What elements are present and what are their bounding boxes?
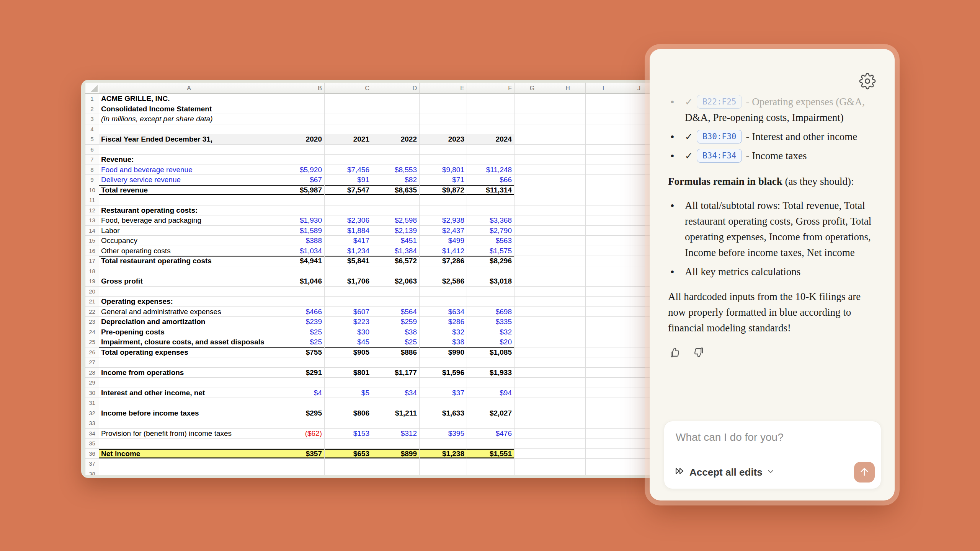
cell[interactable]: $1,706: [325, 276, 372, 287]
cell[interactable]: [99, 266, 277, 277]
cell[interactable]: $153: [325, 429, 372, 439]
cell[interactable]: Net income: [99, 449, 277, 459]
cell[interactable]: $634: [420, 307, 467, 317]
cell[interactable]: [467, 287, 514, 297]
cell[interactable]: $357: [277, 449, 325, 459]
row-header[interactable]: 23: [85, 317, 99, 327]
cell[interactable]: $71: [420, 175, 467, 185]
cell[interactable]: [467, 297, 514, 307]
row-header[interactable]: 33: [85, 418, 99, 429]
accept-all-edits-button[interactable]: Accept all edits: [674, 465, 775, 479]
cell[interactable]: [372, 114, 420, 124]
cell[interactable]: [325, 94, 372, 104]
cell[interactable]: $2,598: [372, 215, 420, 226]
row-header[interactable]: 6: [85, 145, 99, 155]
cell[interactable]: $286: [420, 317, 467, 327]
cell[interactable]: [550, 205, 586, 216]
cell[interactable]: $499: [420, 236, 467, 246]
cell[interactable]: $563: [467, 236, 514, 246]
cell[interactable]: $25: [277, 337, 325, 347]
cell[interactable]: [420, 357, 467, 368]
row-header[interactable]: 10: [85, 185, 99, 196]
cell[interactable]: [467, 439, 514, 449]
cell[interactable]: [514, 287, 550, 297]
cell[interactable]: $5,920: [277, 165, 325, 175]
cell[interactable]: Other operating costs: [99, 246, 277, 256]
cell[interactable]: Total operating expenses: [99, 347, 277, 358]
cell[interactable]: $32: [467, 327, 514, 337]
cell[interactable]: Labor: [99, 226, 277, 236]
cell[interactable]: [514, 246, 550, 256]
row-header[interactable]: 25: [85, 337, 99, 347]
cell[interactable]: [514, 368, 550, 378]
cell[interactable]: [550, 114, 586, 124]
cell-range-chip[interactable]: B22:F25: [697, 95, 742, 109]
cell[interactable]: $476: [467, 429, 514, 439]
cell[interactable]: $5,987: [277, 185, 325, 196]
cell[interactable]: [550, 429, 586, 439]
cell[interactable]: [586, 195, 621, 205]
row-header[interactable]: 24: [85, 327, 99, 337]
cell[interactable]: [372, 205, 420, 216]
cell[interactable]: 2022: [372, 134, 420, 145]
cell[interactable]: $2,027: [467, 408, 514, 419]
cell[interactable]: $9,801: [420, 165, 467, 175]
cell[interactable]: [514, 469, 550, 475]
cell[interactable]: [550, 236, 586, 246]
cell[interactable]: [420, 398, 467, 408]
cell[interactable]: [514, 418, 550, 429]
cell-range-chip[interactable]: B30:F30: [697, 130, 742, 143]
cell[interactable]: [550, 357, 586, 368]
cell[interactable]: [550, 276, 586, 287]
cell[interactable]: [550, 459, 586, 469]
cell[interactable]: [325, 205, 372, 216]
cell[interactable]: [420, 104, 467, 114]
cell[interactable]: [277, 94, 325, 104]
cell[interactable]: $291: [277, 368, 325, 378]
cell[interactable]: [550, 449, 586, 459]
cell[interactable]: [586, 246, 621, 256]
cell[interactable]: [514, 94, 550, 104]
cell[interactable]: [467, 104, 514, 114]
cell[interactable]: (In millions, except per share data): [99, 114, 277, 124]
cell[interactable]: $1,085: [467, 347, 514, 358]
cell[interactable]: $1,884: [325, 226, 372, 236]
cell[interactable]: $295: [277, 408, 325, 419]
cell[interactable]: $2,586: [420, 276, 467, 287]
cell[interactable]: $466: [277, 307, 325, 317]
cell[interactable]: [277, 439, 325, 449]
cell[interactable]: [586, 287, 621, 297]
cell[interactable]: $1,596: [420, 368, 467, 378]
cell[interactable]: [514, 155, 550, 165]
cell[interactable]: $67: [277, 175, 325, 185]
cell[interactable]: [514, 297, 550, 307]
cell[interactable]: [325, 145, 372, 155]
cell[interactable]: [277, 114, 325, 124]
settings-button[interactable]: [859, 73, 876, 90]
cell[interactable]: [514, 347, 550, 358]
cell[interactable]: ACME GRILLE, INC.: [99, 94, 277, 104]
cell[interactable]: $223: [325, 317, 372, 327]
cell[interactable]: [325, 297, 372, 307]
row-header[interactable]: 7: [85, 155, 99, 165]
cell[interactable]: [372, 145, 420, 155]
cell[interactable]: $451: [372, 236, 420, 246]
cell[interactable]: Interest and other income, net: [99, 388, 277, 398]
cell[interactable]: [420, 439, 467, 449]
cell[interactable]: [372, 287, 420, 297]
cell[interactable]: $335: [467, 317, 514, 327]
cell[interactable]: Occupancy: [99, 236, 277, 246]
cell[interactable]: [514, 266, 550, 277]
cell[interactable]: [277, 124, 325, 135]
cell[interactable]: [550, 256, 586, 266]
cell[interactable]: Food, beverage and packaging: [99, 215, 277, 226]
cell[interactable]: [467, 145, 514, 155]
cell[interactable]: [550, 418, 586, 429]
cell[interactable]: [550, 175, 586, 185]
cell[interactable]: [586, 357, 621, 368]
cell[interactable]: [99, 398, 277, 408]
cell[interactable]: [586, 439, 621, 449]
cell[interactable]: $239: [277, 317, 325, 327]
cell[interactable]: [514, 388, 550, 398]
cell[interactable]: [514, 357, 550, 368]
